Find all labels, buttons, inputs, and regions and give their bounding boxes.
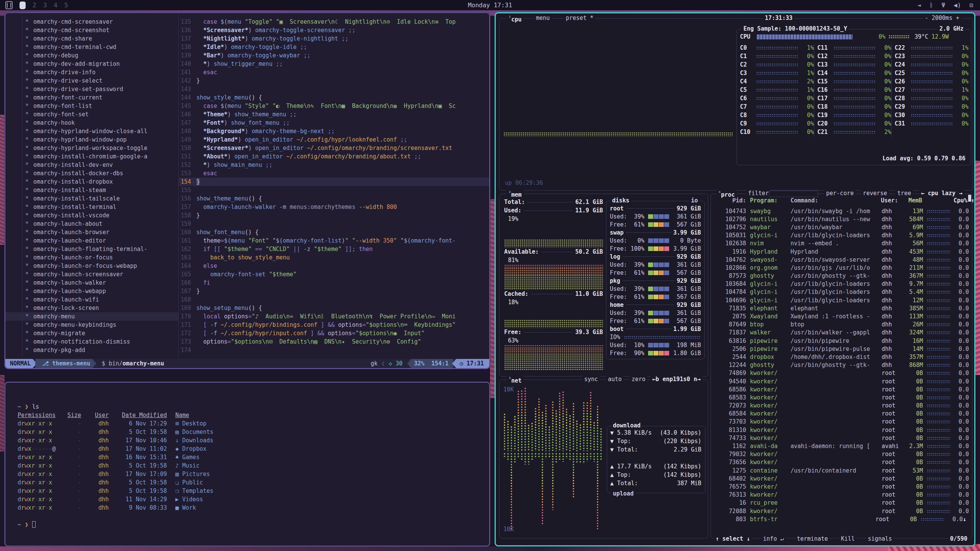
tree-button[interactable]: tree [895,190,913,197]
code-line[interactable]: 172 [ -f ~/.config/hypr/input.conf ] && … [179,329,489,337]
file-item[interactable]: *omarchy-launch-browser [5,228,178,236]
process-row[interactable]: 71835elephantelephantdhh385M0.0 [715,304,969,312]
code-editor[interactable]: 135 case $(menu "Toggle" "▣ Screensaver\… [178,13,489,359]
process-row[interactable]: 2506pipewire/usr/bin/pipewire-pulsedhh14… [715,345,969,353]
process-row[interactable]: 104752waybar/usr/bin/waybardhh69M0.0 [715,223,969,231]
code-line[interactable]: 174 [179,346,489,354]
process-row[interactable]: 102796nautilus/usr/bin/nautilus --newdhh… [715,215,969,223]
code-line[interactable]: 146 *Theme*) show_theme_menu ;; [179,110,489,119]
code-line[interactable]: 147 *Font*) show_font_menu ;; [179,119,489,127]
code-line[interactable]: 141 esac [179,68,489,77]
workspace-3[interactable]: 3 [43,2,47,9]
file-item[interactable]: *omarchy-lock-screen [5,304,178,312]
process-row[interactable]: 104743swaybg/usr/bin/swaybg -i /homdhh13… [715,207,969,215]
process-row[interactable]: 72088kworker/root0B0.0 [715,507,969,515]
interface-switcher[interactable]: ←b enp191s0 n→ [650,376,702,383]
code-line[interactable]: 158} [179,211,489,220]
process-row[interactable]: 104696glycin-i/usr/lib/glycin-loadersdhh… [715,296,969,304]
file-item[interactable]: *omarchy-install-steam [5,186,178,194]
process-row[interactable]: 12244ghostty/usr/bin/ghostty --gtk-dhh86… [715,361,969,369]
process-row[interactable]: 73703kworker/root0B0.0 [715,418,969,426]
tab-mem[interactable]: ²mem [506,190,524,198]
file-item[interactable]: *omarchy-launch-or-focus [5,253,178,262]
volume-icon[interactable]: ◀) [954,2,961,9]
tab-proc[interactable]: ⁴proc [716,190,737,198]
code-line[interactable]: 140 *) show_trigger_menu ;; [179,60,489,68]
code-line[interactable]: 148 *Background*) omarchy-theme-bg-next … [179,127,489,135]
file-item[interactable]: *omarchy-hyprland-window-pop [5,135,178,144]
process-row[interactable]: 74869kworker/root0B0.0 [715,369,969,377]
file-item[interactable]: *omarchy-launch-floating-terminal- [5,245,178,253]
io-button[interactable]: io [689,197,700,204]
code-line[interactable]: 152 *) show_main_menu ;; [179,161,489,169]
code-line[interactable]: 157 omarchy-launch-walker -m menus:omarc… [179,203,489,211]
workspace-5[interactable]: 5 [64,2,68,9]
file-item[interactable]: *omarchy-install-tailscale [5,194,178,203]
process-row[interactable]: 803btrfs-trroot0B0.0↓ [715,515,969,523]
file-item[interactable]: *omarchy-install-dev-env [5,161,178,169]
process-row[interactable]: 1275containe/usr/bin/containerdroot53M0.… [715,466,969,474]
code-line[interactable]: 164 else [179,262,489,270]
code-line[interactable]: 138 *Idle*) omarchy-toggle-idle ;; [179,43,489,51]
code-line[interactable]: 143 [179,85,489,93]
process-row[interactable]: 1162avahi-daavahi-daemon: running [avahi… [715,442,969,450]
code-line[interactable]: 156show_theme_menu() { [179,194,489,203]
interval-control[interactable]: - 2000ms + [923,15,961,21]
menu-button[interactable]: menu [534,15,552,21]
process-row[interactable]: 68586kworker/root0B0.0 [715,385,969,393]
file-item[interactable]: *omarchy-launch-webapp [5,287,178,295]
filter-input[interactable] [769,191,818,197]
code-line[interactable]: 135 case $(menu "Toggle" "▣ Screensaver\… [179,18,489,26]
process-row[interactable]: 104784glycin-i/usr/lib/glycin-loadersdhh… [715,288,969,296]
sort-selector[interactable]: ← cpu lazy → [919,190,964,197]
code-line[interactable]: 150 *Screensaver*) open_in_editor ~/.con… [179,144,489,152]
file-item[interactable]: *omarchy-drive-set-password [5,85,178,93]
workspace-2[interactable]: 2 [33,2,36,9]
file-item[interactable]: *omarchy-menu-keybindings [5,321,178,329]
code-line[interactable]: 173 options="$options\n⊡ Defaults\n▤ DNS… [179,337,489,346]
code-line[interactable]: 137 *Nightlight*) omarchy-toggle-nightli… [179,34,489,43]
process-row[interactable]: 76313kworker/root0B0.0 [715,491,969,499]
file-item[interactable]: *omarchy-cmd-terminal-cwd [5,43,178,51]
file-item[interactable]: *omarchy-hyprland-window-close-all [5,127,178,135]
code-line[interactable]: 153 esac [179,169,489,178]
file-item[interactable]: *omarchy-install-chromium-google-a [5,152,178,161]
file-item[interactable]: *omarchy-hyprland-workspace-toggle [5,144,178,152]
process-row[interactable]: 102866org.gnom/usr/bin/gjs /usr/lib/odhh… [715,264,969,272]
process-row[interactable]: 2544dropbox/home/dhh/.dropbox-distdhh357… [715,353,969,361]
code-line[interactable]: 160show_font_menu() { [179,228,489,236]
app-launcher-icon[interactable] [5,1,13,9]
file-item[interactable]: *omarchy-font-current [5,93,178,102]
process-row[interactable]: 105031glycin-i/usr/lib/glycin-loadersdhh… [715,231,969,240]
process-row[interactable]: 79032kworker/root0B0.0 [715,450,969,458]
file-item[interactable]: *omarchy-cmd-share [5,34,178,43]
reverse-button[interactable]: reverse [861,190,889,197]
wifi-icon[interactable]: Ψ [941,2,945,9]
kill-control[interactable]: Kill [840,535,856,542]
auto-button[interactable]: auto [606,376,624,383]
code-line[interactable]: 161 theme=$(menu "Font" "$(omarchy-font-… [179,236,489,245]
code-line[interactable]: 171 [ -f ~/.config/hypr/bindings.conf ] … [179,321,489,329]
file-item[interactable]: *omarchy-font-list [5,102,178,110]
code-line[interactable]: 162 if [[ "$theme" == "CNCLD" || -z "$th… [179,245,489,253]
workspace-1-active[interactable] [20,2,26,9]
process-row[interactable]: 103684glycin-i/usr/lib/glycin-loadersdhh… [715,280,969,288]
signals-control[interactable]: signals [866,535,893,542]
file-item[interactable]: *omarchy-install-docker-dbs [5,169,178,178]
code-line[interactable]: 166 fi [179,279,489,287]
process-row[interactable]: 1916HyprlandHyprlanddhh453M0.0 [715,248,969,256]
code-line[interactable]: 170 local options="♪ Audio\n≈ Wifi\nᛒ Bl… [179,312,489,321]
process-row[interactable]: 16rcu_preeroot0B0.0 [715,499,969,507]
info-control[interactable]: info ↵ [761,535,785,542]
process-row[interactable]: 68583kworker/root0B0.0 [715,393,969,401]
code-line[interactable]: 168 [179,295,489,304]
file-item[interactable]: *omarchy-font-set [5,110,178,119]
file-item[interactable]: *omarchy-launch-or-focus-webapp [5,262,178,270]
select-control[interactable]: ↑ select ↓ [714,535,751,542]
code-line[interactable]: 149 *Hyprland*) open_in_editor ~/.config… [179,135,489,144]
process-row[interactable]: 87649btopbtopdhh26M0.0 [715,321,969,329]
sync-button[interactable]: sync [582,376,600,383]
file-item[interactable]: *omarchy-launch-wifi [5,295,178,304]
code-line[interactable]: 144show_style_menu() { [179,93,489,102]
zero-button[interactable]: zero [630,376,647,383]
